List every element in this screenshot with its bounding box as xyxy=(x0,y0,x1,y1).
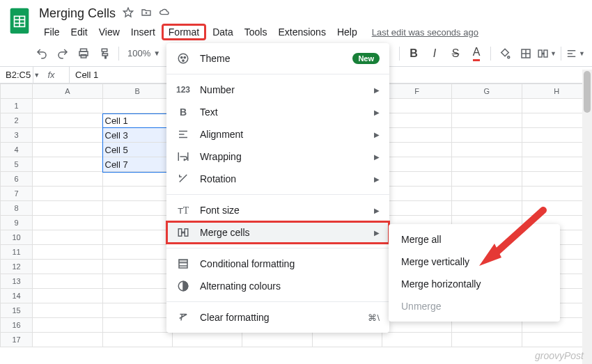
menu-theme[interactable]: Theme New xyxy=(166,47,389,70)
submenu-arrow-icon: ▶ xyxy=(374,175,380,183)
submenu-arrow-icon: ▶ xyxy=(374,229,380,237)
submenu-arrow-icon: ▶ xyxy=(374,86,380,94)
menu-number[interactable]: 123 Number ▶ xyxy=(166,79,389,101)
rotation-icon xyxy=(176,173,190,185)
new-badge: New xyxy=(352,53,380,64)
row-header[interactable]: 15 xyxy=(1,303,33,318)
col-header[interactable]: G xyxy=(452,84,522,99)
align-button[interactable]: ▼ xyxy=(566,44,585,63)
row-header[interactable]: 17 xyxy=(1,333,33,347)
formula-input[interactable]: Cell 1 xyxy=(70,70,98,80)
paint-format-button[interactable] xyxy=(95,44,114,63)
wrapping-icon xyxy=(176,150,190,163)
conditional-formatting-icon xyxy=(176,258,190,270)
svg-point-19 xyxy=(181,56,182,58)
undo-button[interactable] xyxy=(32,44,52,63)
svg-marker-5 xyxy=(123,8,132,17)
menu-file[interactable]: File xyxy=(39,24,65,40)
alignment-icon xyxy=(176,128,190,141)
menu-item-label: Rotation xyxy=(200,173,236,184)
menu-data[interactable]: Data xyxy=(208,24,238,40)
fill-color-button[interactable] xyxy=(495,44,515,63)
col-header[interactable]: F xyxy=(382,84,451,99)
cell[interactable]: Cell 5 xyxy=(102,143,172,157)
menu-rotation[interactable]: Rotation ▶ xyxy=(166,168,389,190)
zoom-select[interactable]: 100% ▼ xyxy=(123,48,164,58)
menu-format[interactable]: Format xyxy=(162,24,206,40)
row-header[interactable]: 14 xyxy=(1,289,33,303)
number-icon: 123 xyxy=(176,85,190,95)
menu-item-label: Wrapping xyxy=(200,151,242,162)
row-header[interactable]: 2 xyxy=(1,113,33,128)
cell[interactable]: Cell 7 xyxy=(102,157,172,172)
col-header[interactable]: B xyxy=(102,84,172,99)
menu-item-label: Number xyxy=(200,84,235,95)
star-icon[interactable] xyxy=(123,7,134,20)
submenu-merge-all[interactable]: Merge all xyxy=(389,228,560,251)
submenu-arrow-icon: ▶ xyxy=(374,109,380,116)
last-edit-link[interactable]: Last edit was seconds ago xyxy=(372,27,478,38)
col-header[interactable]: H xyxy=(522,84,591,99)
text-color-button[interactable]: A xyxy=(467,44,486,63)
merge-cells-submenu: Merge all Merge vertically Merge horizon… xyxy=(389,224,560,322)
submenu-arrow-icon: ▶ xyxy=(374,207,380,214)
doc-title[interactable]: Merging Cells xyxy=(39,6,116,21)
menu-edit[interactable]: Edit xyxy=(66,24,93,40)
row-header[interactable]: 3 xyxy=(1,128,33,143)
menu-view[interactable]: View xyxy=(94,24,125,40)
menu-font-size[interactable]: ᴛT Font size ▶ xyxy=(166,199,389,221)
select-all-corner[interactable] xyxy=(1,84,33,99)
menu-item-label: Merge cells xyxy=(200,227,250,238)
menu-alternating-colours[interactable]: Alternating colours xyxy=(166,275,389,297)
alternating-colours-icon xyxy=(176,280,190,292)
row-header[interactable]: 13 xyxy=(1,274,33,289)
row-header[interactable]: 1 xyxy=(1,99,33,113)
menu-conditional-formatting[interactable]: Conditional formatting xyxy=(166,253,389,275)
svg-rect-32 xyxy=(179,260,187,263)
merge-button[interactable]: ▼ xyxy=(537,44,556,63)
row-header[interactable]: 4 xyxy=(1,143,33,157)
cell[interactable]: Cell 1 xyxy=(102,113,172,128)
cloud-status-icon[interactable] xyxy=(159,7,170,20)
menu-wrapping[interactable]: Wrapping ▶ xyxy=(166,145,389,168)
col-header[interactable]: A xyxy=(33,84,102,99)
name-box[interactable]: B2:C5 ▼ xyxy=(0,67,33,83)
move-folder-icon[interactable] xyxy=(141,7,152,20)
bold-button[interactable]: B xyxy=(404,44,423,63)
svg-point-20 xyxy=(184,56,185,58)
sheets-logo-icon[interactable] xyxy=(7,6,32,39)
menu-item-label: Alternating colours xyxy=(200,280,281,292)
row-header[interactable]: 7 xyxy=(1,187,33,201)
cell[interactable]: Cell 3 xyxy=(102,128,172,143)
row-header[interactable]: 8 xyxy=(1,201,33,216)
submenu-merge-vertically[interactable]: Merge vertically xyxy=(389,251,560,273)
row-header[interactable]: 12 xyxy=(1,260,33,274)
menu-extensions[interactable]: Extensions xyxy=(273,24,330,40)
menu-insert[interactable]: Insert xyxy=(126,24,160,40)
strikethrough-button[interactable]: S xyxy=(446,44,465,63)
row-header[interactable]: 6 xyxy=(1,172,33,187)
row-header[interactable]: 11 xyxy=(1,245,33,260)
italic-button[interactable]: I xyxy=(425,44,444,63)
row-header[interactable]: 9 xyxy=(1,216,33,230)
print-button[interactable] xyxy=(74,44,93,63)
vertical-scrollbar[interactable] xyxy=(582,70,592,364)
row-header[interactable]: 5 xyxy=(1,157,33,172)
row-header[interactable]: 16 xyxy=(1,318,33,333)
menu-tools[interactable]: Tools xyxy=(240,24,272,40)
menu-item-label: Conditional formatting xyxy=(200,258,295,269)
menu-merge-cells[interactable]: Merge cells ▶ xyxy=(166,221,389,244)
redo-button[interactable] xyxy=(53,44,72,63)
chevron-down-icon: ▼ xyxy=(153,49,160,57)
submenu-merge-horizontally[interactable]: Merge horizontally xyxy=(389,273,560,295)
format-menu-dropdown: Theme New 123 Number ▶ B Text ▶ Alignmen… xyxy=(166,43,389,333)
row-header[interactable]: 10 xyxy=(1,230,33,245)
borders-button[interactable] xyxy=(516,44,536,63)
menu-text[interactable]: B Text ▶ xyxy=(166,101,389,123)
menu-clear-formatting[interactable]: Clear formatting ⌘\ xyxy=(166,306,389,329)
watermark: groovyPost xyxy=(535,350,584,361)
menu-alignment[interactable]: Alignment ▶ xyxy=(166,123,389,145)
svg-rect-13 xyxy=(538,50,542,57)
menu-help[interactable]: Help xyxy=(332,24,362,40)
shortcut-label: ⌘\ xyxy=(368,312,380,323)
